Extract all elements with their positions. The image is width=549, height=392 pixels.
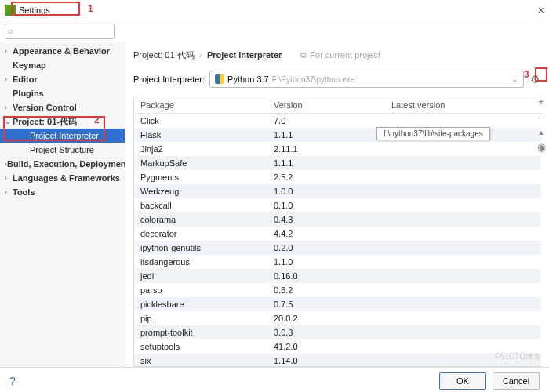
cell-package: Pygments [134,172,267,182]
table-row[interactable]: Pygments2.5.2 [134,170,541,184]
col-version[interactable]: Version [267,100,385,110]
table-header: Package Version Latest version [134,96,541,114]
cell-version: 1.0.0 [267,187,385,196]
cell-version: 2.5.2 [267,172,385,182]
app-icon [5,5,16,16]
caret-icon: › [5,47,13,55]
cell-version: 41.2.0 [267,342,385,351]
gear-icon[interactable]: ⚙ [529,73,541,85]
col-package[interactable]: Package [134,100,267,110]
table-row[interactable]: MarkupSafe1.1.1 [134,156,541,170]
cell-package: parso [134,285,267,295]
sidebar-item-label: Plugins [13,89,44,98]
sidebar-item-label: Project Structure [30,145,94,154]
interpreter-dropdown[interactable]: Python 3.7 F:\Python37\python.exe ⌄ [209,71,524,88]
cell-version: 20.0.2 [267,314,385,323]
sidebar-item-label: Appearance & Behavior [13,46,110,56]
table-row[interactable]: colorama0.4.3 [134,212,541,227]
sidebar-item[interactable]: Plugins [0,86,125,100]
sidebar-item[interactable]: ›Build, Execution, Deployment [0,157,125,171]
table-row[interactable]: pip20.0.2 [134,311,541,325]
interpreter-name: Python 3.7 [227,74,269,84]
table-row[interactable]: backcall0.1.0 [134,198,541,212]
table-row[interactable]: Werkzeug1.0.0 [134,184,541,198]
footer: ? OK Cancel [0,367,549,392]
cell-version: 2.11.1 [267,144,385,154]
cell-version: 7.0 [267,116,385,125]
table-row[interactable]: Jinja22.11.1 [134,142,541,156]
sidebar-item[interactable]: ›Tools [0,185,125,199]
interpreter-path: F:\Python37\python.exe [272,75,355,84]
cell-package: Werkzeug [134,187,267,196]
cell-version: 0.1.0 [267,201,385,210]
cell-package: ipython-genutils [134,243,267,252]
for-current-project: ⧉ For current project [300,50,380,60]
sidebar-item[interactable]: Keymap [0,58,125,72]
python-icon [215,74,224,84]
sidebar-item[interactable]: ›Appearance & Behavior [0,44,125,58]
cell-package: six [134,356,267,365]
watermark: ©51CTO博客 [495,351,541,362]
caret-icon: › [5,188,13,196]
close-icon[interactable]: × [538,4,544,16]
cell-package: setuptools [134,342,267,351]
upgrade-package-button[interactable]: ▲ [538,129,545,136]
table-row[interactable]: decorator4.4.2 [134,227,541,241]
show-paths-button[interactable]: ◉ [537,141,546,153]
help-icon[interactable]: ? [9,375,16,387]
table-row[interactable]: pickleshare0.7.5 [134,297,541,311]
caret-icon: › [5,103,13,111]
sidebar-item-label: Build, Execution, Deployment [7,159,125,169]
sidebar-item[interactable]: Project Interpreter [0,129,125,143]
sidebar-item[interactable]: ›Editor [0,72,125,86]
caret-icon: › [5,75,13,83]
breadcrumb: Project: 01-代码 › Project Interpreter ⧉ F… [133,45,541,64]
sidebar-item-label: Project Interpreter [30,131,99,140]
sidebar-item-label: Project: 01-代码 [13,116,77,128]
annotation-label-2: 2 [94,114,100,125]
table-row[interactable]: ipython-genutils0.2.0 [134,241,541,255]
cell-version: 0.2.0 [267,243,385,252]
table-body: Click7.0Flask1.1.1Jinja22.11.1MarkupSafe… [134,114,541,367]
cell-package: prompt-toolkit [134,328,267,337]
caret-icon: › [5,174,13,182]
interpreter-label: Project Interpreter: [133,74,205,84]
copy-icon: ⧉ [300,50,307,60]
titlebar: Settings × [0,0,549,20]
table-row[interactable]: Click7.0 [134,114,541,128]
remove-package-button[interactable]: − [538,112,544,124]
table-row[interactable]: setuptools41.2.0 [134,339,541,354]
search-icon: ⌕ [8,26,13,35]
search-input[interactable] [5,24,115,39]
cell-version: 0.7.5 [267,299,385,309]
table-row[interactable]: parso0.6.2 [134,283,541,297]
ok-button[interactable]: OK [439,372,486,390]
cell-version: 4.4.2 [267,229,385,238]
table-row[interactable]: itsdangerous1.1.0 [134,255,541,269]
sidebar-item-label: Languages & Frameworks [13,173,120,183]
table-row[interactable]: jedi0.16.0 [134,269,541,283]
table-row[interactable]: prompt-toolkit3.0.3 [134,325,541,339]
cell-package: Jinja2 [134,144,267,154]
cell-package: MarkupSafe [134,158,267,168]
cancel-button[interactable]: Cancel [493,372,540,390]
chevron-right-icon: › [199,50,202,60]
annotation-label-3: 3 [524,69,529,80]
cell-package: colorama [134,215,267,224]
cell-version: 1.1.1 [267,130,385,140]
sidebar-item[interactable]: ›Languages & Frameworks [0,171,125,185]
breadcrumb-root: Project: 01-代码 [133,49,195,61]
cell-package: backcall [134,201,267,210]
sidebar-item[interactable]: Project Structure [0,143,125,157]
sidebar-item[interactable]: ⌄Project: 01-代码 [0,114,125,129]
add-package-button[interactable]: + [538,96,544,107]
sidebar-item[interactable]: ›Version Control [0,100,125,114]
table-row[interactable]: six1.14.0 [134,354,541,367]
cell-package: Click [134,116,267,125]
cell-version: 1.1.1 [267,158,385,168]
sidebar-item-label: Keymap [13,60,46,70]
sidebar-item-label: Tools [13,187,35,197]
cell-package: pickleshare [134,299,267,309]
col-latest[interactable]: Latest version [385,100,541,110]
breadcrumb-leaf: Project Interpreter [207,50,282,60]
